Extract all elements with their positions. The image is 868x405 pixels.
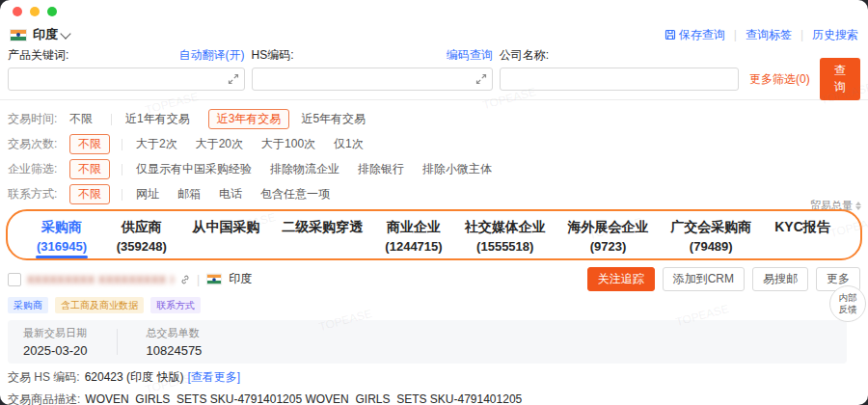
result-tabs: 采购商 (316945) 供应商 (359248) 从中国采购 二级采购穿透 商… — [6, 209, 862, 260]
filter-option-selected[interactable]: 近3年有交易 — [208, 109, 290, 129]
filter-label: 联系方式: — [8, 186, 69, 202]
query-tags-link[interactable]: 查询标签 — [746, 27, 792, 43]
tab-kyc-report[interactable]: KYC报告 — [773, 219, 831, 254]
filter-option[interactable]: 大于2次 — [136, 136, 177, 152]
expand-icon[interactable] — [228, 73, 239, 85]
result-tabs-highlight: 采购商 (316945) 供应商 (359248) 从中国采购 二级采购穿透 商… — [6, 209, 862, 260]
company-name-label: 公司名称: — [500, 47, 549, 64]
tab-buyers[interactable]: 采购商 (316945) — [33, 219, 91, 254]
tag-contact-info: 联系方式 — [150, 297, 201, 313]
hs-code-value: 620423 (印度 快版) — [85, 369, 184, 386]
filter-option[interactable]: 邮箱 — [177, 186, 201, 202]
divider: | — [800, 28, 803, 41]
app-window: TOPEASE TOPEASE TOPEASE TOPEASE TOPEASE … — [0, 0, 868, 405]
auto-translate-toggle[interactable]: 自动翻译(开) — [179, 47, 245, 64]
tab-social-media-companies[interactable]: 社交媒体企业 (1555518) — [465, 219, 546, 254]
save-query-label: 保存查询 — [679, 27, 725, 43]
filter-row-trade-time: 交易时间: 不限 近1年有交易 近3年有交易 近5年有交易 — [8, 109, 860, 129]
total-orders-value: 10824575 — [147, 343, 203, 358]
filter-option[interactable]: 仅1次 — [334, 136, 364, 152]
company-country: 印度 — [229, 271, 252, 287]
filter-option-selected[interactable]: 不限 — [69, 159, 110, 179]
company-name-redacted[interactable]: XXXXXXXXX XXXXXXXXX XXXXXXX XXXXXXX — [27, 274, 174, 285]
filter-option-selected[interactable]: 不限 — [69, 134, 110, 154]
query-tags-label: 查询标签 — [746, 27, 792, 43]
filter-label: 企业筛选: — [8, 161, 69, 177]
product-keyword-label: 产品关键词: — [8, 47, 68, 64]
divider — [122, 164, 122, 176]
filter-option[interactable]: 网址 — [136, 186, 159, 202]
filter-panel: 交易时间: 不限 近1年有交易 近3年有交易 近5年有交易 交易次数: 不限 大… — [0, 100, 868, 204]
follow-track-button[interactable]: 关注追踪 — [587, 267, 655, 291]
filter-option[interactable]: 排除物流企业 — [270, 161, 339, 177]
filter-option[interactable]: 近1年有交易 — [125, 111, 190, 127]
internal-feedback-button[interactable]: 内部 反馈 — [829, 285, 866, 322]
latest-trade-date-label: 最新交易日期 — [23, 326, 88, 340]
divider: | — [197, 273, 200, 286]
filter-label: 交易次数: — [8, 136, 69, 152]
latest-trade-date-value: 2025-03-20 — [23, 343, 88, 358]
filter-option[interactable]: 排除银行 — [358, 161, 404, 177]
india-flag-icon — [206, 274, 222, 285]
trade-stats: 最新交易日期 2025-03-20 总交易单数 10824575 — [8, 320, 847, 364]
tab-overseas-exhibition-companies[interactable]: 海外展会企业 (9723) — [568, 219, 649, 254]
save-icon — [665, 29, 676, 40]
tab-second-level-penetration[interactable]: 二级采购穿透 — [282, 219, 363, 254]
hs-code-input[interactable] — [252, 68, 493, 91]
chevron-down-icon[interactable] — [60, 28, 70, 39]
divider — [111, 114, 112, 125]
history-search-label: 历史搜索 — [812, 27, 858, 43]
filter-option[interactable]: 大于20次 — [196, 136, 243, 152]
filter-option[interactable]: 近5年有交易 — [301, 111, 366, 127]
add-to-crm-button[interactable]: 添加到CRM — [663, 267, 745, 291]
divider — [122, 139, 122, 150]
company-name-input[interactable] — [500, 68, 739, 91]
filter-row-contact-method: 联系方式: 不限 网址 邮箱 电话 包含任意一项 — [8, 184, 860, 204]
tag-business-data: 含工商及商业数据 — [55, 297, 144, 313]
filter-option[interactable]: 包含任意一项 — [260, 186, 330, 202]
window-close-button[interactable] — [13, 7, 22, 16]
tab-buy-from-china[interactable]: 从中国采购 — [193, 219, 260, 254]
india-flag-icon — [10, 29, 27, 41]
tag-buyer: 采购商 — [8, 297, 48, 313]
yisoumail-button[interactable]: 易搜邮 — [752, 267, 808, 291]
hs-code-row-label: 交易 HS 编码: — [8, 369, 80, 386]
filter-option[interactable]: 大于100次 — [261, 136, 315, 152]
divider — [122, 189, 122, 201]
save-query-link[interactable]: 保存查询 — [665, 27, 725, 43]
page-header: 印度 保存查询 | 查询标签 | 历史搜索 — [0, 23, 868, 45]
hs-code-label: HS编码: — [252, 47, 294, 64]
feedback-label-line2: 反馈 — [839, 304, 857, 315]
expand-icon[interactable] — [475, 73, 487, 85]
total-orders-label: 总交易单数 — [147, 326, 203, 340]
view-more-link[interactable]: [查看更多] — [187, 369, 240, 386]
link-icon[interactable] — [179, 274, 191, 285]
filter-label: 交易时间: — [8, 111, 69, 127]
more-filters-link[interactable]: 更多筛选(0) — [749, 71, 810, 88]
tab-canton-fair-buyers[interactable]: 广交会采购商 (79489) — [670, 219, 751, 254]
product-keyword-input[interactable] — [8, 68, 245, 91]
code-query-link[interactable]: 编码查询 — [447, 47, 493, 64]
tab-commercial-companies[interactable]: 商业企业 (1244715) — [385, 219, 443, 254]
country-selector-label: 印度 — [33, 26, 58, 43]
filter-option[interactable]: 仅显示有中国采购经验 — [136, 161, 252, 177]
filter-option[interactable]: 排除小微主体 — [422, 161, 492, 177]
filter-option[interactable]: 电话 — [219, 186, 242, 202]
search-bar: 产品关键词: 自动翻译(开) HS编码: 编码查询 公司名称: — [0, 45, 868, 91]
feedback-label-line1: 内部 — [839, 292, 857, 304]
history-search-link[interactable]: 历史搜索 — [812, 27, 858, 43]
filter-option[interactable]: 不限 — [69, 111, 93, 127]
filter-row-trade-count: 交易次数: 不限 大于2次 大于20次 大于100次 仅1次 — [8, 134, 860, 154]
search-button[interactable]: 查询 — [820, 58, 860, 100]
filter-row-company-filter: 企业筛选: 不限 仅显示有中国采购经验 排除物流企业 排除银行 排除小微主体 — [8, 159, 860, 179]
window-maximize-button[interactable] — [47, 7, 57, 16]
divider: | — [734, 28, 737, 41]
result-card: XXXXXXXXX XXXXXXXXX XXXXXXX XXXXXXX | 印度… — [0, 260, 868, 405]
row-checkbox[interactable] — [8, 273, 21, 286]
tab-suppliers[interactable]: 供应商 (359248) — [113, 219, 171, 254]
window-minimize-button[interactable] — [30, 7, 40, 16]
window-titlebar — [0, 0, 868, 23]
product-desc-value: WOVEN_GIRLS_SETS SKU-4791401205 WOVEN_GI… — [85, 392, 522, 405]
filter-option-selected[interactable]: 不限 — [69, 184, 110, 204]
divider — [117, 329, 118, 355]
